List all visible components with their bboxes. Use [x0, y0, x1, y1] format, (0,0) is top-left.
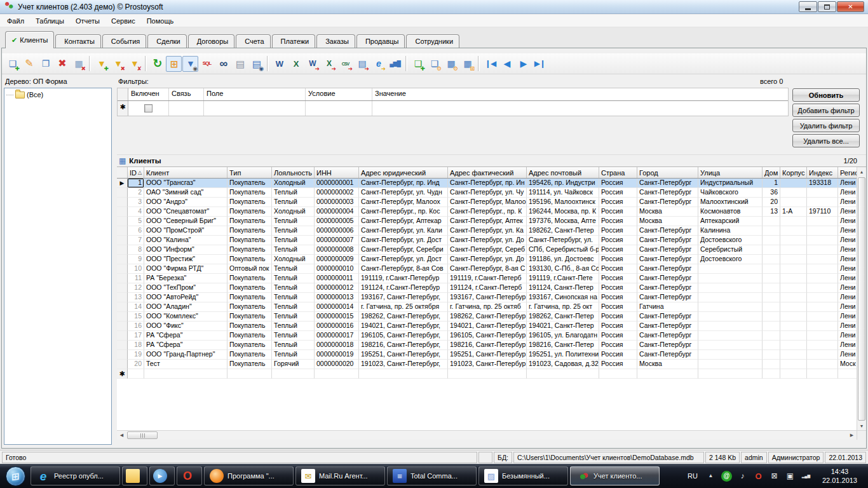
table-settings-icon[interactable]: ▦ ⚙	[443, 56, 459, 72]
menu-item[interactable]: Таблицы	[30, 15, 70, 27]
taskbar-item-ie[interactable]: e Реестр опубл...	[31, 466, 120, 485]
refresh-button[interactable]: Обновить	[792, 88, 860, 102]
column-header[interactable]: Значение	[372, 88, 788, 100]
column-header[interactable]: Адрес фактический	[448, 167, 527, 178]
horizontal-scrollbar[interactable]: ◀ ▶	[117, 430, 857, 440]
row-selector[interactable]	[117, 360, 128, 369]
edit-record-icon[interactable]: ✎	[21, 56, 37, 72]
taskbar-clock[interactable]: 14:43 22.01.2013	[817, 467, 863, 485]
table-row[interactable]: 20 Тест Покупатель Горячий 0000000020 19…	[117, 360, 866, 369]
column-header[interactable]: Регион	[838, 167, 858, 178]
scroll-down-arrow[interactable]: ▼	[857, 421, 866, 431]
scroll-up-arrow[interactable]: ▲	[857, 167, 866, 177]
row-selector[interactable]	[117, 236, 128, 245]
tree-item-all[interactable]: (Все)	[4, 88, 111, 98]
column-header[interactable]: Адрес юридический	[359, 167, 448, 178]
table-row[interactable]: 16 ООО "Фикс" Покупатель Теплый 00000000…	[117, 322, 866, 331]
maximize-button[interactable]	[818, 1, 836, 12]
nav-first-icon[interactable]: ❙◀	[482, 56, 498, 72]
column-header[interactable]: Условие	[306, 88, 372, 100]
column-header[interactable]: Город	[637, 167, 698, 178]
tab-prodavtsy[interactable]: Продавцы	[356, 34, 405, 48]
tab-dogovory[interactable]: Договоры	[188, 34, 234, 48]
taskbar-item-opera[interactable]: O	[177, 466, 202, 485]
row-selector[interactable]	[117, 264, 128, 274]
row-selector[interactable]	[117, 302, 128, 312]
record-properties-icon[interactable]: ❏ ⚙	[426, 56, 442, 72]
close-button[interactable]: ✕	[837, 1, 864, 12]
tray-signal-icon[interactable]: ▂▄▆	[801, 471, 811, 482]
tree-panel-toggle-icon[interactable]: ⊞	[166, 56, 182, 72]
vertical-scrollbar[interactable]: ▲ ▼	[857, 167, 866, 431]
row-selector[interactable]	[117, 341, 128, 350]
column-header[interactable]: Поле	[204, 88, 306, 100]
menu-item[interactable]: Сервис	[105, 15, 141, 27]
taskbar-item-media-player[interactable]: ▶	[149, 466, 175, 485]
export-csv-icon[interactable]: CSV ➜	[337, 56, 353, 72]
delete-filter-button[interactable]: Удалить фильтр	[792, 119, 860, 132]
delete-record-icon[interactable]: ✖	[54, 56, 70, 72]
column-header[interactable]: Лояльность	[272, 167, 315, 178]
column-header[interactable]: Клиент	[144, 167, 227, 178]
copy-record-icon[interactable]: ❐	[37, 56, 53, 72]
row-selector[interactable]	[117, 283, 128, 293]
taskbar-item-mailru[interactable]: ✉ Mail.Ru Агент...	[295, 466, 385, 485]
row-selector[interactable]: ▶	[117, 179, 128, 188]
tab-kontakty[interactable]: Контакты	[55, 34, 101, 48]
column-header[interactable]: ИНН	[315, 167, 359, 178]
tab-sobytiya[interactable]: События	[102, 34, 146, 48]
tab-scheta[interactable]: Счета	[236, 34, 270, 48]
table-row[interactable]: 13 ООО "АвтоРейд" Покупатель Теплый 0000…	[117, 293, 866, 302]
taskbar-item-firefox[interactable]: Программа "...	[204, 466, 294, 485]
refresh-icon[interactable]: ↻	[149, 56, 165, 72]
scrollbar-thumb[interactable]	[858, 177, 865, 421]
search-icon[interactable]: ∞	[215, 56, 231, 72]
filter-condition-cell[interactable]	[306, 101, 372, 116]
new-record-row[interactable]: ✱	[117, 369, 866, 379]
row-selector[interactable]	[117, 293, 128, 302]
print-preview-icon[interactable]: ▤ ◉	[248, 56, 264, 72]
scroll-right-arrow[interactable]: ▶	[847, 431, 857, 440]
column-header[interactable]: Улица	[698, 167, 763, 178]
table-row[interactable]: 14 ООО "Аладин" Покупатель Теплый 000000…	[117, 302, 866, 312]
table-row[interactable]: 17 РА "Сфера" Покупатель Теплый 00000000…	[117, 331, 866, 341]
menu-item[interactable]: Файл	[1, 15, 30, 27]
table-row[interactable]: 5 ООО "Северный Бриг" Покупатель Теплый …	[117, 217, 866, 226]
scrollbar-thumb[interactable]	[127, 431, 158, 439]
export-word-file-icon[interactable]: W ➜	[304, 56, 320, 72]
column-header[interactable]: Тип	[227, 167, 272, 178]
filter-new-row[interactable]: ✱	[118, 100, 788, 116]
tray-mailru-agent-icon[interactable]: @	[721, 471, 732, 482]
row-selector[interactable]	[117, 274, 128, 283]
print-icon[interactable]: ▤	[232, 56, 248, 72]
filter-value-cell[interactable]	[372, 101, 788, 116]
row-selector[interactable]	[117, 322, 128, 331]
table-row[interactable]: 19 ООО "Гранд-Партнер" Покупатель Теплый…	[117, 350, 866, 360]
table-row[interactable]: 8 ООО "Информ" Покупатель Теплый 0000000…	[117, 245, 866, 255]
tab-zakazy[interactable]: Заказы	[316, 34, 355, 48]
export-file-icon[interactable]: ▤ ➜	[354, 56, 370, 72]
sql-filter-icon[interactable]: SQL	[199, 56, 215, 72]
table-row[interactable]: 11 РА "Березка" Покупатель Теплый 000000…	[117, 274, 866, 283]
table-row[interactable]: 3 ООО "Андрэ" Покупатель Теплый 00000000…	[117, 198, 866, 207]
filter-link-cell[interactable]	[169, 101, 204, 116]
row-selector[interactable]	[117, 312, 128, 322]
table-row[interactable]: 15 ООО "Комплекс" Покупатель Теплый 0000…	[117, 312, 866, 322]
nav-last-icon[interactable]: ▶❙	[532, 56, 548, 72]
column-header[interactable]: Связь	[169, 88, 204, 100]
column-header[interactable]: Корпус	[780, 167, 807, 178]
chart-icon[interactable]: ▄▆█	[387, 56, 403, 72]
menu-item[interactable]: Помощь	[141, 15, 180, 27]
table-row[interactable]: 6 ООО "ПромСтрой" Покупатель Теплый 0000…	[117, 226, 866, 236]
row-selector[interactable]	[117, 207, 128, 217]
table-row[interactable]: 2 ОАО "Зимний сад" Покупатель Теплый 000…	[117, 188, 866, 198]
column-header[interactable]: Включен	[128, 88, 169, 100]
row-selector[interactable]	[117, 217, 128, 226]
tab-sdelki[interactable]: Сделки	[147, 34, 187, 48]
add-child-record-icon[interactable]: ❏ ✚	[410, 56, 426, 72]
filter-panel-toggle-icon[interactable]: ▼ ◉	[182, 56, 198, 72]
table-columns-icon[interactable]: ▦ ⊞	[459, 56, 475, 72]
column-header[interactable]: Дом	[763, 167, 780, 178]
row-selector[interactable]	[117, 255, 128, 264]
row-selector[interactable]	[117, 350, 128, 360]
